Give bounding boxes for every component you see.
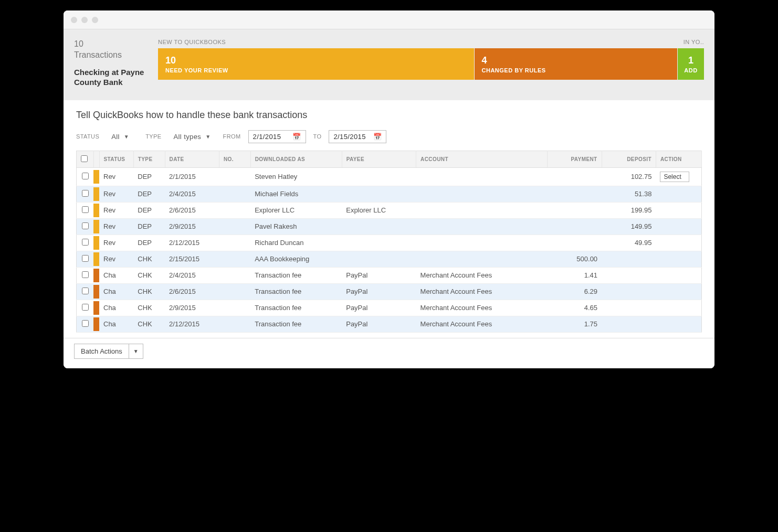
table-row[interactable]: ChaCHK2/9/2015Transaction feePayPalMerch… <box>77 300 702 316</box>
row-checkbox[interactable] <box>82 271 89 278</box>
status-flag-icon <box>93 269 99 282</box>
filter-from-date[interactable]: 2/1/2015 📅 <box>248 130 306 143</box>
batch-actions-button[interactable]: Batch Actions ▼ <box>74 344 143 359</box>
cell-date: 2/1/2015 <box>165 167 219 186</box>
col-type[interactable]: TYPE <box>133 151 165 167</box>
cell-action <box>656 186 701 202</box>
cell-downloaded-as: Transaction fee <box>250 316 342 332</box>
cell-type: DEP <box>133 235 165 251</box>
cell-action <box>656 267 701 283</box>
cell-date: 2/4/2015 <box>165 267 219 283</box>
table-row[interactable]: RevDEP2/9/2015Pavel Rakesh149.95 <box>77 218 702 235</box>
cell-deposit <box>602 251 656 267</box>
cell-date: 2/12/2015 <box>165 316 219 332</box>
col-downloaded-as[interactable]: DOWNLOADED AS <box>250 151 342 167</box>
table-row[interactable]: ChaCHK2/12/2015Transaction feePayPalMerc… <box>77 316 702 332</box>
cell-payment <box>548 167 602 186</box>
cell-downloaded-as: Transaction fee <box>250 283 342 300</box>
cell-deposit <box>602 267 656 283</box>
status-flag-icon <box>93 252 99 266</box>
window-minimize-icon[interactable] <box>81 17 88 23</box>
cell-deposit <box>602 300 656 316</box>
cell-payee <box>342 186 416 202</box>
cell-payment: 6.29 <box>548 283 602 300</box>
col-status[interactable]: STATUS <box>99 151 133 167</box>
row-checkbox[interactable] <box>82 255 89 262</box>
cell-account: Merchant Account Fees <box>416 316 548 332</box>
app-window: 10 Transactions Checking at Payne County… <box>64 10 714 368</box>
filter-status-select[interactable]: All ▼ <box>107 130 138 143</box>
chevron-down-icon: ▼ <box>124 134 129 140</box>
tile-changed-by-rules[interactable]: 4 CHANGED BY RULES <box>475 48 677 80</box>
table-row[interactable]: RevDEP2/6/2015Explorer LLCExplorer LLC19… <box>77 202 702 218</box>
filter-to-label: TO <box>313 133 322 140</box>
row-checkbox[interactable] <box>82 304 89 311</box>
col-no[interactable]: NO. <box>219 151 250 167</box>
status-flag-icon <box>93 301 99 315</box>
transactions-count: 10 <box>74 39 83 48</box>
col-deposit[interactable]: DEPOSIT <box>602 151 656 167</box>
row-checkbox[interactable] <box>82 222 89 229</box>
tile-add[interactable]: 1 ADD <box>678 48 704 80</box>
row-checkbox[interactable] <box>82 320 89 327</box>
table-row[interactable]: ChaCHK2/4/2015Transaction feePayPalMerch… <box>77 267 702 283</box>
cell-no <box>219 267 250 283</box>
batch-actions-label: Batch Actions <box>75 344 129 358</box>
row-checkbox[interactable] <box>82 190 89 197</box>
col-payment[interactable]: PAYMENT <box>548 151 602 167</box>
cell-deposit: 51.38 <box>602 186 656 202</box>
status-flag-icon <box>93 285 99 299</box>
row-checkbox[interactable] <box>82 239 89 246</box>
filter-from-value: 2/1/2015 <box>253 133 281 141</box>
cell-payee <box>342 235 416 251</box>
cell-type: DEP <box>133 186 165 202</box>
table-row[interactable]: RevCHK2/15/2015AAA Bookkeeping500.00 <box>77 251 702 267</box>
cell-deposit: 199.95 <box>602 202 656 218</box>
table-row[interactable]: RevDEP2/12/2015Richard Duncan49.95 <box>77 235 702 251</box>
tab-group-new-label: NEW TO QUICKBOOKS <box>158 39 678 45</box>
cell-account <box>416 167 548 186</box>
cell-status: Rev <box>99 186 133 202</box>
tile-add-count: 1 <box>688 55 693 66</box>
table-row[interactable]: ChaCHK2/6/2015Transaction feePayPalMerch… <box>77 283 702 300</box>
row-action-select[interactable]: Select <box>660 172 689 182</box>
col-account[interactable]: ACCOUNT <box>416 151 548 167</box>
status-flag-icon <box>93 236 99 250</box>
header-tiles-area: NEW TO QUICKBOOKS IN YO.. 10 NEED YOUR R… <box>158 39 704 88</box>
col-date[interactable]: DATE <box>165 151 219 167</box>
filter-status-value: All <box>111 133 120 141</box>
cell-deposit <box>602 283 656 300</box>
window-close-icon[interactable] <box>71 17 77 23</box>
window-titlebar <box>64 10 714 29</box>
tile-changed-label: CHANGED BY RULES <box>482 67 670 73</box>
cell-action <box>656 235 701 251</box>
cell-deposit: 49.95 <box>602 235 656 251</box>
table-row[interactable]: RevDEP2/1/2015Steven Hatley102.75Select <box>77 167 702 186</box>
select-all-checkbox[interactable] <box>81 155 88 162</box>
cell-payment <box>548 235 602 251</box>
table-row[interactable]: RevDEP2/4/2015Michael Fields51.38 <box>77 186 702 202</box>
cell-date: 2/9/2015 <box>165 218 219 235</box>
col-action[interactable]: ACTION <box>656 151 701 167</box>
tile-need-review[interactable]: 10 NEED YOUR REVIEW <box>158 48 474 80</box>
window-zoom-icon[interactable] <box>92 17 98 23</box>
cell-no <box>219 251 250 267</box>
cell-account: Merchant Account Fees <box>416 267 548 283</box>
cell-payee <box>342 218 416 235</box>
row-checkbox[interactable] <box>82 206 89 213</box>
cell-payment: 500.00 <box>548 251 602 267</box>
header-summary: 10 Transactions Checking at Payne County… <box>74 39 148 88</box>
cell-account <box>416 251 548 267</box>
row-checkbox[interactable] <box>82 288 89 294</box>
cell-type: DEP <box>133 218 165 235</box>
filter-to-date[interactable]: 2/15/2015 📅 <box>329 130 386 143</box>
chevron-down-icon: ▼ <box>129 345 143 357</box>
filter-type-select[interactable]: All types ▼ <box>169 130 216 143</box>
cell-payee: PayPal <box>342 267 416 283</box>
cell-payment: 1.75 <box>548 316 602 332</box>
col-payee[interactable]: PAYEE <box>342 151 416 167</box>
row-checkbox[interactable] <box>82 173 89 179</box>
footer-bar: Batch Actions ▼ <box>64 338 714 368</box>
cell-type: DEP <box>133 167 165 186</box>
cell-status: Rev <box>99 202 133 218</box>
